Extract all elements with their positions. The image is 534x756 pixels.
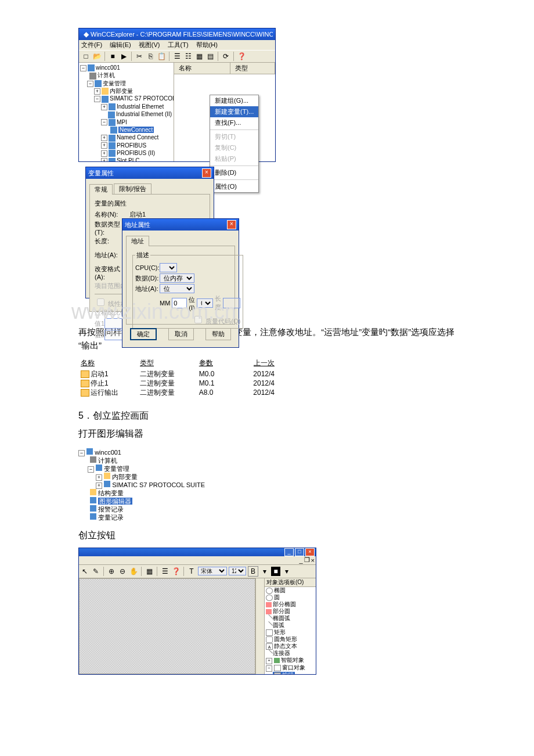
pal-arc2[interactable]: 圆弧 [265,622,316,629]
pal-arc[interactable]: 椭圆弧 [265,615,316,622]
bit-select[interactable]: 0 [197,298,213,308]
cpu-select[interactable] [160,263,177,272]
layers-icon[interactable]: ▦ [145,567,154,576]
large-icon[interactable]: ▦ [194,52,204,61]
color1-icon[interactable]: ▾ [260,567,269,576]
tree-profibus2[interactable]: PROFIBUS (II) [117,150,155,156]
addr-select[interactable]: 位 [160,284,194,293]
pal-circle[interactable]: 圆 [265,594,316,601]
table-row[interactable]: 运行输出二进制变量A8.02012/4 [78,388,277,397]
tree-slot[interactable]: Slot PLC [117,157,139,161]
tree-mpi[interactable]: MPI [117,119,127,125]
detail-icon[interactable]: ▤ [205,52,215,61]
bold-icon[interactable]: B [248,566,258,577]
props-icon[interactable]: ☰ [160,567,169,576]
t2-gfx[interactable]: 图形编辑器 [98,498,132,505]
t2-tagmgr[interactable]: 变量管理 [104,465,129,472]
tree-ie2[interactable]: Industrial Ethernet (II) [116,111,172,117]
menu-help[interactable]: 帮助(H) [196,41,218,48]
ptr-icon[interactable]: ↖ [80,567,89,576]
pal-pie[interactable]: 部分椭圆 [265,601,316,608]
t2-alarm[interactable]: 报警记录 [98,506,124,513]
font-select[interactable]: 宋体 [198,567,227,575]
paste-icon[interactable]: 📋 [157,52,166,61]
close-icon[interactable]: × [305,548,315,556]
menu-view[interactable]: 视图(V) [139,41,160,48]
pal-rect[interactable]: 矩形 [265,629,316,636]
col-name[interactable]: 名称 [174,63,230,74]
tree-root[interactable]: wincc001 [96,64,120,71]
tree-internal[interactable]: 内部变量 [110,88,133,94]
zoomin-icon[interactable]: ⊕ [107,567,116,576]
ctx-new-group[interactable]: 新建组(G)... [210,95,258,106]
tab-address[interactable]: 地址 [126,236,149,246]
pal-win[interactable]: − 窗口对象 [265,664,316,672]
scrollbar[interactable] [255,578,264,674]
address-property-dialog: 地址属性 × 地址 描述 CPU(C): 数据(D):位内存 地址(A):位 M… [122,218,239,348]
pal-ellipse[interactable]: 椭圆 [265,587,316,594]
tree-suite[interactable]: SIMATIC S7 PROTOCOL SUITE [110,95,174,102]
doc-min-icon[interactable]: _ [299,557,302,564]
canvas[interactable] [79,578,255,674]
help-icon[interactable]: ❓ [237,52,246,61]
open-icon[interactable]: 📂 [92,52,102,61]
color2-icon[interactable]: ■ [271,567,280,576]
tree-ie[interactable]: Industrial Ethernet [117,103,164,110]
doc-close-icon[interactable]: × [311,557,315,564]
menu-edit[interactable]: 编辑(E) [110,41,131,48]
pal-slice[interactable]: 部分圆 [265,608,316,615]
hand-icon[interactable]: ✋ [129,567,138,576]
menu-tools[interactable]: 工具(T) [168,41,189,48]
table-row[interactable]: 启动1二进制变量M0.02012/4 [78,369,277,379]
tab-general[interactable]: 常规 [89,184,113,195]
t2-root[interactable]: wincc001 [95,449,121,456]
help-button[interactable]: 帮助 [205,328,231,340]
copy-icon[interactable]: ⎘ [146,52,155,61]
fwd-icon[interactable]: ▶ [119,52,128,61]
tree-computer[interactable]: 计算机 [98,72,115,78]
addrprop-close-icon[interactable]: × [227,220,236,229]
minimize-icon[interactable]: _ [284,548,294,556]
tagprop-close-icon[interactable]: × [202,168,211,178]
doc-restore-icon[interactable]: ❐ [304,556,310,564]
tree-named[interactable]: Named Connect [117,134,158,141]
ctx-new-tag[interactable]: 新建变量(T)... [210,106,258,117]
t2-struct[interactable]: 结构变量 [98,489,124,496]
table-row[interactable]: 停止1二进制变量M0.12012/4 [78,379,277,388]
t2-suite[interactable]: SIMATIC S7 PROTOCOL SUITE [112,481,205,488]
t2-computer[interactable]: 计算机 [98,457,117,464]
tree-profibus[interactable]: PROFIBUS [117,142,146,149]
new-icon[interactable]: □ [81,52,91,61]
color2-dd-icon[interactable]: ▾ [282,567,291,576]
pal-roundrect[interactable]: 圆角矩形 [265,636,316,643]
tree-tagmgr[interactable]: 变量管理 [103,80,126,87]
cut-icon[interactable]: ✂ [135,52,144,61]
zoomout-icon[interactable]: ⊖ [118,567,127,576]
tree-icon[interactable]: ☰ [172,52,182,61]
whatsthis-icon[interactable]: ❓ [171,567,181,576]
menu-file[interactable]: 文件(F) [81,41,102,48]
col-type[interactable]: 类型 [230,63,275,74]
pal-connector[interactable]: 连接器 [265,650,316,657]
pal-text[interactable]: A静态文本 [265,643,316,650]
project-tree[interactable]: −wincc001 计算机 −变量管理 +内部变量 −SIMATIC S7 PR… [79,63,174,161]
font-icon[interactable]: T [187,567,196,576]
tree-newconn[interactable]: NewConnect [118,127,154,133]
list-icon[interactable]: ☷ [183,52,193,61]
t2-taglog[interactable]: 变量记录 [98,514,124,521]
pal-button[interactable]: 按钮 [265,672,316,674]
cancel-button[interactable]: 取消 [168,328,194,340]
ok-button[interactable]: 确定 [130,328,157,340]
back-icon[interactable]: ■ [108,52,117,61]
tab-limit[interactable]: 限制/报告 [114,183,151,194]
t2-internal[interactable]: 内部变量 [112,473,138,480]
maximize-icon[interactable]: □ [295,548,304,556]
mm-input[interactable] [172,298,187,308]
tag-icon [81,380,89,387]
refresh-icon[interactable]: ⟳ [221,52,230,61]
data-select[interactable]: 位内存 [160,273,194,283]
pal-smart[interactable]: + 智能对象 [265,657,316,664]
size-select[interactable]: 12 [229,567,246,575]
pencil-icon[interactable]: ✎ [91,567,100,576]
ctx-find[interactable]: 查找(F)... [210,117,258,128]
